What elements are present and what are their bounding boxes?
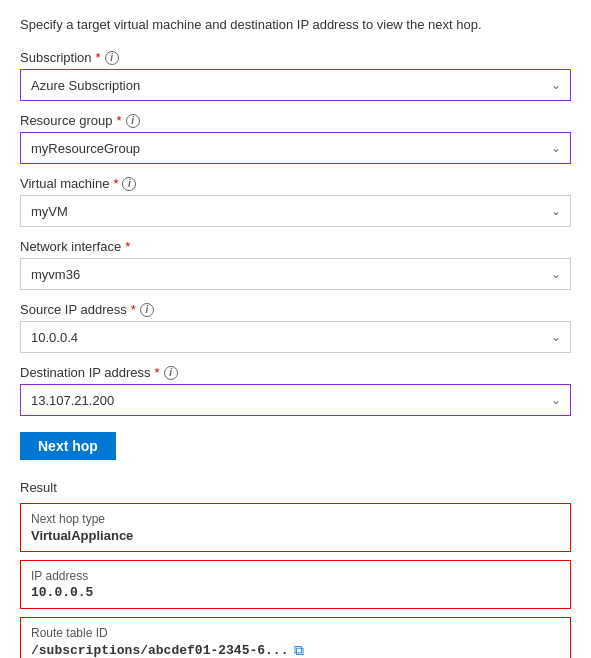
subscription-select-wrapper: Azure Subscription ⌄ bbox=[20, 69, 571, 101]
source-ip-required: * bbox=[131, 302, 136, 317]
source-ip-group: Source IP address * i 10.0.0.4 ⌄ bbox=[20, 302, 571, 353]
subscription-info-icon[interactable]: i bbox=[105, 51, 119, 65]
ip-address-card: IP address 10.0.0.5 bbox=[20, 560, 571, 609]
copy-icon[interactable]: ⧉ bbox=[294, 642, 304, 658]
page-description: Specify a target virtual machine and des… bbox=[20, 16, 571, 34]
virtual-machine-select-wrapper: myVM ⌄ bbox=[20, 195, 571, 227]
source-ip-select-wrapper: 10.0.0.4 ⌄ bbox=[20, 321, 571, 353]
network-interface-select-wrapper: myvm36 ⌄ bbox=[20, 258, 571, 290]
subscription-required: * bbox=[96, 50, 101, 65]
route-table-value: /subscriptions/abcdef01-2345-6... bbox=[31, 643, 288, 658]
destination-ip-select-wrapper: 13.107.21.200 ⌄ bbox=[20, 384, 571, 416]
resource-group-required: * bbox=[117, 113, 122, 128]
destination-ip-group: Destination IP address * i 13.107.21.200… bbox=[20, 365, 571, 416]
next-hop-button[interactable]: Next hop bbox=[20, 432, 116, 460]
ip-address-label: IP address bbox=[31, 569, 560, 583]
virtual-machine-required: * bbox=[113, 176, 118, 191]
resource-group-label: Resource group * i bbox=[20, 113, 571, 128]
resource-group-group: Resource group * i myResourceGroup ⌄ bbox=[20, 113, 571, 164]
next-hop-type-label: Next hop type bbox=[31, 512, 560, 526]
result-section: Result Next hop type VirtualAppliance IP… bbox=[20, 480, 571, 658]
network-interface-label: Network interface * bbox=[20, 239, 571, 254]
resource-group-select-wrapper: myResourceGroup ⌄ bbox=[20, 132, 571, 164]
network-interface-required: * bbox=[125, 239, 130, 254]
resource-group-info-icon[interactable]: i bbox=[126, 114, 140, 128]
destination-ip-select[interactable]: 13.107.21.200 bbox=[20, 384, 571, 416]
subscription-label: Subscription * i bbox=[20, 50, 571, 65]
destination-ip-required: * bbox=[155, 365, 160, 380]
destination-ip-label: Destination IP address * i bbox=[20, 365, 571, 380]
next-hop-type-card: Next hop type VirtualAppliance bbox=[20, 503, 571, 552]
virtual-machine-info-icon[interactable]: i bbox=[122, 177, 136, 191]
source-ip-label: Source IP address * i bbox=[20, 302, 571, 317]
subscription-group: Subscription * i Azure Subscription ⌄ bbox=[20, 50, 571, 101]
virtual-machine-group: Virtual machine * i myVM ⌄ bbox=[20, 176, 571, 227]
destination-ip-info-icon[interactable]: i bbox=[164, 366, 178, 380]
route-table-row: /subscriptions/abcdef01-2345-6... ⧉ bbox=[31, 642, 560, 658]
route-table-card: Route table ID /subscriptions/abcdef01-2… bbox=[20, 617, 571, 658]
source-ip-select[interactable]: 10.0.0.4 bbox=[20, 321, 571, 353]
network-interface-select[interactable]: myvm36 bbox=[20, 258, 571, 290]
virtual-machine-label: Virtual machine * i bbox=[20, 176, 571, 191]
virtual-machine-select[interactable]: myVM bbox=[20, 195, 571, 227]
route-table-label: Route table ID bbox=[31, 626, 560, 640]
next-hop-type-value: VirtualAppliance bbox=[31, 528, 560, 543]
ip-address-value: 10.0.0.5 bbox=[31, 585, 560, 600]
source-ip-info-icon[interactable]: i bbox=[140, 303, 154, 317]
network-interface-group: Network interface * myvm36 ⌄ bbox=[20, 239, 571, 290]
result-title: Result bbox=[20, 480, 571, 495]
subscription-select[interactable]: Azure Subscription bbox=[20, 69, 571, 101]
resource-group-select[interactable]: myResourceGroup bbox=[20, 132, 571, 164]
